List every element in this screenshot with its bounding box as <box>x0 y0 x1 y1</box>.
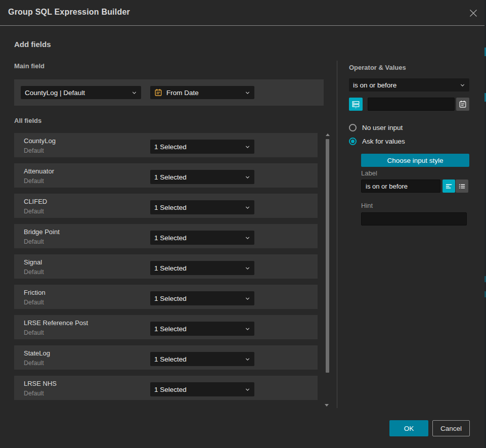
main-field-select[interactable]: From Date <box>150 86 254 99</box>
dialog-title: Group SQL Expression Builder <box>8 8 130 17</box>
field-values-select[interactable]: 1 Selected <box>150 261 254 275</box>
field-subtitle: Default <box>24 329 44 336</box>
field-subtitle: Default <box>24 177 44 185</box>
add-fields-heading: Add fields <box>14 40 51 49</box>
field-row: Bridge Point Default 1 Selected <box>14 224 318 248</box>
chevron-down-icon <box>131 90 137 96</box>
main-field-panel: CountyLog | Default From Date <box>14 79 324 106</box>
radio-ask-for-values[interactable]: Ask for values <box>349 138 405 145</box>
field-values-select-value: 1 Selected <box>154 295 242 302</box>
field-subtitle: Default <box>24 390 44 397</box>
field-values-select-value: 1 Selected <box>154 204 242 211</box>
field-name: CountyLog <box>24 137 56 145</box>
field-row: LRSE NHS Default 1 Selected <box>14 376 318 400</box>
field-values-select[interactable]: 1 Selected <box>150 291 254 305</box>
close-icon <box>469 9 478 18</box>
value-input-type-button[interactable] <box>349 98 363 111</box>
field-values-select[interactable]: 1 Selected <box>150 231 254 245</box>
dialog-titlebar: Group SQL Expression Builder <box>0 0 486 26</box>
field-name: Friction <box>24 289 46 296</box>
radio-no-user-input-label: No user input <box>362 124 403 131</box>
field-row: Signal Default 1 Selected <box>14 254 318 279</box>
cancel-button[interactable]: Cancel <box>432 420 470 436</box>
radio-icon[interactable] <box>349 138 357 145</box>
label-style-text-button[interactable] <box>443 180 455 193</box>
field-subtitle: Default <box>24 360 44 367</box>
date-value-input[interactable] <box>368 98 455 111</box>
field-values-select[interactable]: 1 Selected <box>150 200 254 214</box>
main-field-select-value: From Date <box>166 89 242 97</box>
field-row: StateLog Default 1 Selected <box>14 345 318 370</box>
radio-icon[interactable] <box>349 124 357 131</box>
field-values-select-value: 1 Selected <box>154 355 242 363</box>
field-name: CLIFED <box>24 198 47 205</box>
field-values-select-value: 1 Selected <box>154 173 242 181</box>
chevron-down-icon <box>245 387 250 392</box>
field-values-select[interactable]: 1 Selected <box>150 322 254 336</box>
main-field-label: Main field <box>14 62 45 70</box>
close-button[interactable] <box>468 8 479 19</box>
field-values-select-value: 1 Selected <box>154 386 242 393</box>
field-name: LRSE Reference Post <box>24 319 88 327</box>
label-input[interactable] <box>361 180 440 193</box>
operator-values-heading: Operator & Values <box>349 64 406 71</box>
field-values-select-value: 1 Selected <box>154 325 242 333</box>
field-values-select[interactable]: 1 Selected <box>150 170 254 184</box>
hint-input[interactable] <box>361 212 467 226</box>
ok-button[interactable]: OK <box>389 420 428 436</box>
field-values-select[interactable]: 1 Selected <box>150 382 254 396</box>
calendar-icon <box>459 100 467 108</box>
chevron-down-icon <box>245 144 250 150</box>
field-row: CLIFED Default 1 Selected <box>14 194 318 218</box>
field-name: LRSE NHS <box>24 380 57 387</box>
chevron-down-icon <box>245 235 250 241</box>
field-row: Attenuator Default 1 Selected <box>14 163 318 188</box>
radio-no-user-input[interactable]: No user input <box>349 124 403 131</box>
field-row: CountyLog Default 1 Selected <box>14 133 318 157</box>
align-left-icon <box>445 183 453 190</box>
scrollbar-down-arrow-icon[interactable] <box>325 404 329 407</box>
chevron-down-icon <box>245 356 250 362</box>
chevron-down-icon <box>245 326 250 332</box>
label-style-list-button[interactable] <box>456 180 468 193</box>
field-subtitle: Default <box>24 238 44 245</box>
operator-select-value: is on or before <box>353 81 457 89</box>
field-row: Friction Default 1 Selected <box>14 285 318 309</box>
chevron-down-icon <box>245 90 250 96</box>
operator-select[interactable]: is on or before <box>349 78 469 92</box>
chevron-down-icon <box>245 296 250 301</box>
main-layer-select[interactable]: CountyLog | Default <box>21 86 141 99</box>
scrollbar-thumb[interactable] <box>326 139 329 373</box>
date-field-icon <box>154 88 162 97</box>
field-values-select-value: 1 Selected <box>154 143 242 151</box>
choose-input-style-button[interactable]: Choose input style <box>361 154 469 167</box>
field-name: Attenuator <box>24 167 54 175</box>
chevron-down-icon <box>460 82 465 88</box>
field-subtitle: Default <box>24 147 44 154</box>
radio-ask-for-values-label: Ask for values <box>362 138 405 145</box>
chevron-down-icon <box>245 265 250 271</box>
field-name: Bridge Point <box>24 228 60 236</box>
scrollbar-up-arrow-icon[interactable] <box>326 133 330 136</box>
date-picker-button[interactable] <box>456 98 469 111</box>
group-sql-expression-builder-dialog: Group SQL Expression Builder Add fields … <box>0 0 486 448</box>
field-values-select[interactable]: 1 Selected <box>150 352 254 366</box>
field-subtitle: Default <box>24 299 44 306</box>
chevron-down-icon <box>245 174 250 180</box>
list-icon <box>458 183 466 190</box>
label-caption: Label <box>361 169 377 177</box>
field-name: StateLog <box>24 349 50 357</box>
field-name: Signal <box>24 258 42 266</box>
panel-divider <box>337 61 337 408</box>
field-values-select[interactable]: 1 Selected <box>150 140 254 154</box>
hint-caption: Hint <box>361 202 373 209</box>
field-subtitle: Default <box>24 268 44 276</box>
chevron-down-icon <box>245 205 250 210</box>
field-values-select-value: 1 Selected <box>154 234 242 242</box>
unique-values-icon <box>351 100 360 109</box>
field-values-select-value: 1 Selected <box>154 264 242 272</box>
field-row: LRSE Reference Post Default 1 Selected <box>14 315 318 339</box>
field-subtitle: Default <box>24 208 44 215</box>
main-layer-select-value: CountyLog | Default <box>25 89 128 97</box>
list-scrollbar[interactable] <box>325 132 330 401</box>
